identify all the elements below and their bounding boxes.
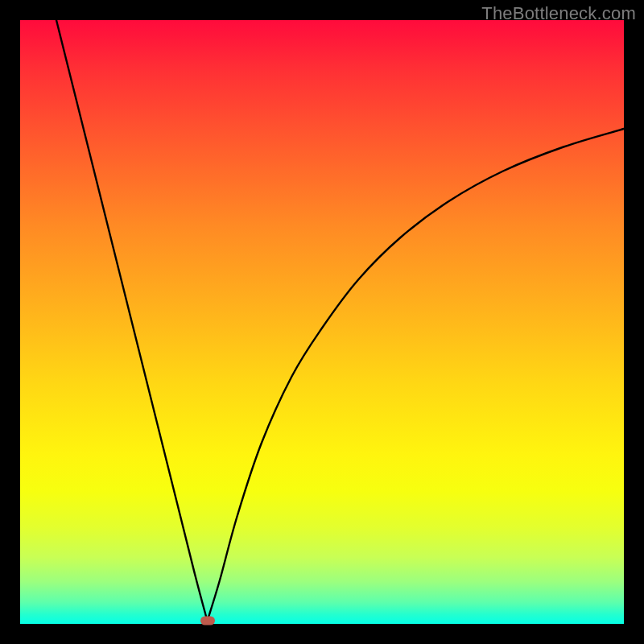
chart-curves-svg: [20, 20, 624, 624]
watermark-text: TheBottleneck.com: [481, 3, 636, 24]
left-curve-path: [56, 20, 208, 621]
right-curve-path: [208, 129, 625, 621]
optimal-point-marker: [200, 617, 215, 625]
chart-frame: [20, 20, 624, 624]
